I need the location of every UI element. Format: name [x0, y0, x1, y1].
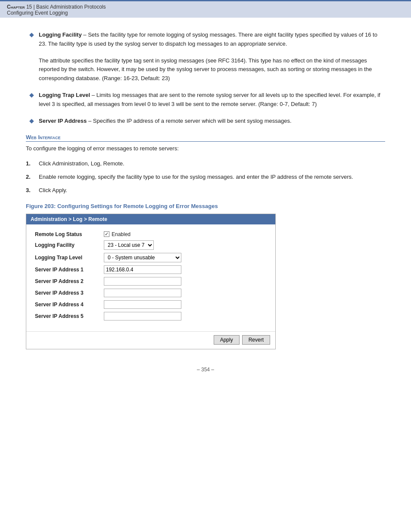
control-server-ip-3	[104, 289, 267, 297]
logging-trap-text: Limits log messages that are sent to the…	[39, 92, 380, 107]
logging-trap-dash: –	[92, 92, 97, 98]
control-server-ip-2	[104, 277, 267, 286]
server-ip-dash: –	[88, 118, 93, 124]
form-row-remote-log-status: Remote Log Status ✓ Enabled	[35, 231, 267, 237]
label-logging-trap: Logging Trap Level	[35, 255, 104, 261]
form-row-server-ip-5: Server IP Address 5	[35, 312, 267, 320]
page-number: – 354 –	[26, 367, 385, 373]
form-row-server-ip-4: Server IP Address 4	[35, 300, 267, 309]
form-row-logging-trap: Logging Trap Level 0 - System unusable	[35, 253, 267, 262]
bullet-diamond-2: ◆	[29, 91, 34, 98]
figure-caption: Figure 203: Configuring Settings for Rem…	[26, 203, 385, 209]
step-2: 2. Enable remote logging, specify the fa…	[26, 173, 385, 182]
step-1-num: 1.	[26, 159, 39, 168]
control-server-ip-5	[104, 312, 267, 320]
input-server-ip-2[interactable]	[104, 277, 181, 286]
label-server-ip-2: Server IP Address 2	[35, 278, 104, 284]
step-3-text: Click Apply.	[39, 186, 385, 195]
bullet-diamond-3: ◆	[29, 117, 34, 124]
label-server-ip-5: Server IP Address 5	[35, 313, 104, 319]
label-logging-facility: Logging Facility	[35, 242, 104, 248]
step-2-num: 2.	[26, 173, 39, 182]
control-logging-trap: 0 - System unusable	[104, 253, 267, 262]
select-logging-trap[interactable]: 0 - System unusable	[104, 253, 181, 262]
header-subtitle: Configuring Event Logging	[7, 10, 404, 16]
chapter-number: 15	[26, 4, 32, 10]
step-1-text: Click Administration, Log, Remote.	[39, 159, 385, 168]
select-logging-facility[interactable]: 23 - Local use 7	[104, 240, 154, 250]
panel-footer: Apply Revert	[26, 331, 275, 349]
control-server-ip-1	[104, 265, 267, 274]
step-2-text: Enable remote logging, specify the facil…	[39, 173, 385, 182]
main-content: ◆ Logging Facility – Sets the facility t…	[0, 18, 411, 390]
label-server-ip-3: Server IP Address 3	[35, 290, 104, 296]
logging-facility-text1: Sets the facility type for remote loggin…	[39, 31, 377, 47]
revert-button[interactable]: Revert	[242, 335, 270, 345]
step-3-num: 3.	[26, 186, 39, 195]
checkbox-enabled[interactable]: ✓	[104, 231, 109, 237]
form-row-server-ip-1: Server IP Address 1	[35, 265, 267, 274]
control-logging-facility: 23 - Local use 7	[104, 240, 267, 250]
form-row-server-ip-2: Server IP Address 2	[35, 277, 267, 286]
label-server-ip-1: Server IP Address 1	[35, 267, 104, 273]
steps-list: 1. Click Administration, Log, Remote. 2.…	[26, 159, 385, 195]
form-row-server-ip-3: Server IP Address 3	[35, 289, 267, 297]
chapter-label: Chapter	[7, 4, 25, 10]
bullet-logging-facility: ◆ Logging Facility – Sets the facility t…	[26, 31, 385, 49]
logging-facility-title: Logging Facility	[39, 31, 82, 38]
logging-facility-extra: The attribute specifies the facility typ…	[26, 56, 385, 83]
form-row-logging-facility: Logging Facility 23 - Local use 7	[35, 240, 267, 250]
control-server-ip-4	[104, 300, 267, 309]
logging-facility-dash: –	[83, 31, 88, 38]
web-interface-intro: To configure the logging of error messag…	[26, 144, 385, 153]
panel-title: Administration > Log > Remote	[26, 214, 275, 224]
bullet-server-ip: ◆ Server IP Address – Specifies the IP a…	[26, 117, 385, 126]
label-remote-log-status: Remote Log Status	[35, 231, 104, 237]
web-interface-heading: Web Interface	[26, 134, 385, 142]
label-server-ip-4: Server IP Address 4	[35, 302, 104, 308]
panel-body: Remote Log Status ✓ Enabled Logging Faci…	[26, 224, 275, 329]
step-1: 1. Click Administration, Log, Remote.	[26, 159, 385, 168]
bullet-diamond-1: ◆	[29, 31, 34, 38]
input-server-ip-1[interactable]	[104, 265, 181, 274]
input-server-ip-3[interactable]	[104, 289, 181, 297]
bullet-logging-trap: ◆ Logging Trap Level – Limits log messag…	[26, 91, 385, 109]
server-ip-title: Server IP Address	[39, 118, 87, 124]
control-remote-log-status: ✓ Enabled	[104, 231, 267, 237]
checkbox-enabled-label: Enabled	[112, 231, 131, 237]
server-ip-text: Specifies the IP address of a remote ser…	[93, 118, 292, 124]
apply-button[interactable]: Apply	[214, 335, 240, 345]
step-3: 3. Click Apply.	[26, 186, 385, 195]
input-server-ip-5[interactable]	[104, 312, 181, 320]
chapter-title: Basic Administration Protocols	[36, 4, 106, 10]
logging-trap-title: Logging Trap Level	[39, 92, 90, 98]
ui-panel: Administration > Log > Remote Remote Log…	[26, 214, 276, 349]
input-server-ip-4[interactable]	[104, 300, 181, 309]
header-bar: Chapter 15 | Basic Administration Protoc…	[0, 0, 411, 18]
